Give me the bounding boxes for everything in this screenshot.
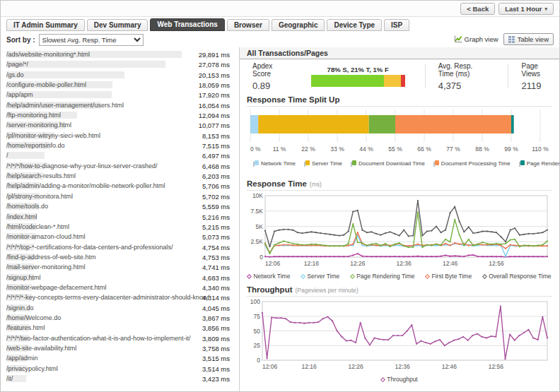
tab-web-transactions[interactable]: Web Transactions (150, 18, 224, 31)
transaction-url[interactable]: /ftp-monitoring.html (6, 112, 61, 119)
transaction-url[interactable]: /configure-mobile-poller.html (6, 81, 86, 88)
table-row[interactable]: /it/3,423 ms (1, 374, 239, 384)
transaction-url[interactable]: /privacypolicy.html (6, 365, 58, 372)
response-time-value: 3,423 ms (202, 375, 230, 383)
legend-item[interactable]: Throughput (381, 376, 417, 383)
graph-view-button[interactable]: Graph view (454, 35, 498, 43)
transaction-url[interactable]: /ads/website-monitoring*.html (6, 51, 90, 58)
table-row[interactable]: /html/codeclean-*.html5,215 ms (1, 222, 239, 232)
transaction-url[interactable]: /home/tools.do (6, 203, 48, 210)
transaction-url[interactable]: /signin.do (6, 304, 34, 311)
transaction-url[interactable]: /pl/monitor-witryny-sieci-web.html (6, 132, 100, 139)
legend-flag-icon (518, 160, 525, 167)
legend-item[interactable]: Server Time (303, 160, 342, 167)
table-row[interactable]: /signup.html4,683 ms (1, 273, 239, 283)
response-time-value: 12,094 ms (199, 112, 230, 119)
tab-isp[interactable]: ISP (384, 19, 409, 31)
table-row[interactable]: /index.html5,216 ms (1, 212, 239, 222)
transaction-url[interactable]: /home/Welcome.do (6, 314, 61, 321)
table-row[interactable]: /*/*/*/top-*-certifications-for-data-cen… (1, 242, 239, 252)
legend-label: Page Rendering Time (527, 160, 559, 167)
table-row[interactable]: /web-site-availability.html3,758 ms (1, 343, 239, 353)
back-button[interactable]: < Back (460, 3, 495, 15)
transaction-url[interactable]: /help/admin/adding-a-monitor/mobile-netw… (6, 182, 165, 189)
response-time-value: 20,153 ms (199, 71, 230, 79)
table-row[interactable]: /privacypolicy.html3,514 ms (1, 364, 239, 374)
table-row[interactable]: /*/*/*/how-to-diagnose-why-your-linux-se… (1, 161, 239, 171)
transaction-url[interactable]: /mail-server-monitoring.html (6, 263, 86, 271)
table-row[interactable]: /find-ip-address-of-web-site.htm4,753 ms (1, 252, 239, 262)
tab-dev-summary[interactable]: Dev Summary (87, 19, 148, 31)
transaction-url[interactable]: /monitor-amazon-cloud.html (6, 233, 86, 240)
table-row[interactable]: /ftp-monitoring.html12,094 ms (1, 110, 239, 120)
transaction-url[interactable]: /home/reportsinfo.do (6, 142, 65, 149)
legend-item[interactable]: Network Time (247, 273, 290, 280)
legend-item[interactable]: Server Time (301, 273, 339, 280)
table-row[interactable]: /home/reportsinfo.do7,515 ms (1, 141, 239, 150)
legend-diamond-icon (350, 273, 355, 278)
table-row[interactable]: /pl/monitor-witryny-sieci-web.html8,153 … (1, 131, 239, 141)
legend-label: Document Processing Time (441, 160, 511, 167)
transaction-url[interactable]: /web-site-availability.html (6, 345, 76, 352)
table-row[interactable]: /app/admin3,515 ms (1, 353, 239, 363)
transaction-url[interactable]: /help/admin/user-management/users.html (6, 102, 124, 109)
table-row[interactable]: /server-monitoring.html10,077 ms (1, 120, 239, 130)
legend-item[interactable]: Overall Response Time (483, 273, 551, 280)
table-row[interactable]: /mail-server-monitoring.html4,741 ms (1, 262, 239, 272)
legend-item[interactable]: Network Time (252, 160, 296, 167)
legend-item[interactable]: Document Download Time (350, 160, 425, 167)
transaction-url[interactable]: /gs.do (6, 71, 24, 78)
table-row[interactable]: /ads/website-monitoring*.html29,891 ms (1, 49, 239, 59)
transaction-url[interactable]: /*/*/*/two-factor-authentication-what-it… (6, 335, 191, 342)
table-row[interactable]: /page/*/27,078 ms (1, 59, 239, 69)
legend-item[interactable]: First Byte Time (426, 273, 472, 280)
transaction-url[interactable]: /*/*/*/*-key-concepts-terms-every-datace… (6, 294, 209, 301)
table-row[interactable]: /*/*/*/two-factor-authentication-what-it… (1, 333, 239, 343)
table-row[interactable]: /pl/strony-monitora.html5,702 ms (1, 191, 239, 201)
transaction-url[interactable]: /monitor-webpage-defacement.html (6, 284, 107, 291)
transaction-url[interactable]: /pl/strony-monitora.html (6, 193, 73, 200)
table-row[interactable]: /app/apm17,920 ms (1, 90, 239, 100)
table-row[interactable]: /help/search-results.html6,203 ms (1, 171, 239, 181)
table-row[interactable]: /configure-mobile-poller.html18,059 ms (1, 80, 239, 90)
table-row[interactable]: /home/tools.do5,559 ms (1, 201, 239, 211)
transaction-url[interactable]: /help/search-results.html (6, 172, 76, 179)
transaction-url[interactable]: /index.html (6, 213, 37, 220)
legend-item[interactable]: Document Processing Time (433, 160, 511, 167)
response-time-value: 27,078 ms (199, 61, 230, 69)
tab-device-type[interactable]: Device Type (327, 19, 382, 31)
sort-select[interactable]: Slowest Avg. Resp. Time (39, 34, 144, 46)
tab-geographic[interactable]: Geographic (272, 19, 325, 31)
table-row[interactable]: /help/admin/user-management/users.html16… (1, 100, 239, 110)
table-row[interactable]: /signin.do4,045 ms (1, 303, 239, 313)
transaction-url[interactable]: /server-monitoring.html (6, 121, 71, 129)
response-time-value: 4,741 ms (202, 263, 230, 271)
table-row[interactable]: /monitor-webpage-defacement.html4,340 ms (1, 283, 239, 292)
transaction-url[interactable]: /*/*/*/how-to-diagnose-why-your-linux-se… (6, 162, 158, 170)
table-view-button[interactable]: Table view (503, 33, 554, 45)
table-row[interactable]: /6,497 ms (1, 150, 239, 160)
legend-item[interactable]: Page Rendering Time (351, 273, 414, 280)
tab-browser[interactable]: Browser (227, 19, 269, 31)
transaction-url[interactable]: /it/ (6, 375, 13, 382)
transaction-url[interactable]: /app/apm (6, 91, 33, 98)
table-row[interactable]: /monitor-amazon-cloud.html5,073 ms (1, 232, 239, 242)
transaction-url[interactable]: / (6, 152, 8, 159)
transaction-url[interactable]: /signup.html (6, 274, 41, 281)
table-row[interactable]: /home/Welcome.do3,867 ms (1, 313, 239, 323)
tab-it-admin-summary[interactable]: IT Admin Summary (6, 19, 85, 31)
table-row[interactable]: /gs.do20,153 ms (1, 70, 239, 80)
time-range-dropdown[interactable]: Last 1 Hour▾ (498, 3, 554, 15)
transaction-url[interactable]: /app/admin (6, 355, 38, 362)
table-row[interactable]: /help/admin/adding-a-monitor/mobile-netw… (1, 181, 239, 191)
transaction-url[interactable]: /page/*/ (6, 61, 28, 68)
transaction-url[interactable]: /find-ip-address-of-web-site.htm (6, 254, 96, 261)
table-row[interactable]: /features.html3,856 ms (1, 323, 239, 333)
legend-item[interactable]: Page Rendering Time (518, 160, 559, 167)
table-row[interactable]: /*/*/*/*-key-concepts-terms-every-datace… (1, 292, 239, 302)
legend-diamond-icon (247, 273, 252, 278)
response-time-value: 17,920 ms (199, 91, 230, 99)
transaction-url[interactable]: /*/*/*/top-*-certifications-for-data-cen… (6, 244, 173, 251)
transaction-url[interactable]: /html/codeclean-*.html (6, 223, 69, 230)
transaction-url[interactable]: /features.html (6, 324, 45, 331)
